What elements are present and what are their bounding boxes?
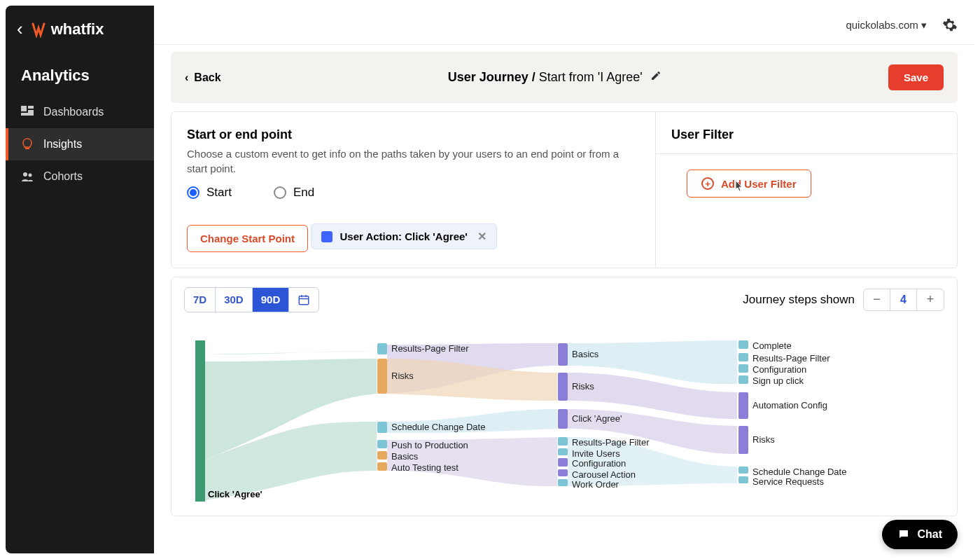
sankey-node-label: Work Order: [572, 479, 619, 490]
range-90d[interactable]: 90D: [253, 288, 290, 312]
sankey-node-label: Invite Users: [572, 448, 620, 459]
sankey-node: [558, 373, 568, 401]
sankey-node-label: Automation Config: [752, 400, 827, 410]
chat-button[interactable]: Chat: [882, 520, 958, 549]
sankey-node: [377, 440, 387, 448]
chip-label: User Action: Click 'Agree': [340, 230, 467, 242]
sidebar-item-insights[interactable]: Insights: [6, 128, 154, 160]
sankey-node-label: Risks: [391, 371, 414, 381]
add-user-filter-button[interactable]: + Add User Filter: [687, 170, 811, 198]
sankey-node: [558, 409, 568, 429]
svg-rect-2: [28, 110, 34, 113]
sidebar-item-dashboards[interactable]: Dashboards: [6, 96, 154, 128]
user-filter-panel: User Filter + Add User Filter: [656, 112, 957, 268]
sankey-node: [558, 437, 568, 446]
sankey-node: [738, 364, 748, 373]
sankey-node: [377, 462, 387, 471]
radio-icon: [187, 186, 200, 199]
plus-circle-icon: +: [701, 177, 714, 190]
insights-icon: [21, 138, 34, 151]
radio-icon: [274, 186, 286, 199]
svg-rect-0: [21, 106, 27, 111]
sankey-node: [738, 476, 748, 483]
range-custom-calendar[interactable]: [289, 288, 318, 312]
sankey-node: [558, 343, 568, 366]
journey-card: 7D 30D 90D Journey steps shown − 4 +: [171, 277, 958, 516]
remove-chip-icon[interactable]: ✕: [477, 230, 486, 243]
sankey-node-label: Schedule Change Date: [391, 422, 485, 432]
sidebar: ‹ whatfix Analytics Dashboards Insights: [6, 6, 154, 553]
domain-dropdown[interactable]: quickolabs.com ▾: [846, 19, 927, 32]
svg-point-6: [29, 174, 32, 177]
calendar-icon: [298, 294, 310, 306]
back-label: Back: [194, 71, 220, 84]
sankey-node-label: Schedule Change Date: [752, 467, 846, 477]
sankey-node-label: Service Requests: [752, 476, 824, 487]
change-start-point-button[interactable]: Change Start Point: [187, 225, 308, 252]
dashboards-icon: [21, 106, 34, 118]
selected-event-chip: User Action: Click 'Agree' ✕: [311, 223, 496, 249]
sidebar-item-label: Dashboards: [43, 106, 104, 118]
back-button[interactable]: ‹ Back: [185, 71, 221, 84]
logo-row: ‹ whatfix: [6, 6, 154, 47]
steps-stepper: − 4 +: [863, 289, 944, 311]
breadcrumb-title: User Journey / Start from 'I Agree': [221, 70, 888, 85]
config-panels: Start or end point Choose a custom event…: [171, 111, 958, 268]
range-7d[interactable]: 7D: [185, 288, 216, 312]
svg-rect-7: [300, 296, 309, 304]
date-range-group: 7D 30D 90D: [184, 287, 319, 312]
save-button[interactable]: Save: [888, 64, 944, 90]
sankey-diagram: Click 'Agree' Results-Page FilterRisksSc…: [184, 319, 944, 516]
sidebar-item-label: Insights: [43, 138, 82, 151]
range-30d[interactable]: 30D: [216, 288, 253, 312]
sankey-node: [558, 458, 568, 467]
edit-icon[interactable]: [650, 70, 662, 84]
cursor-pointer-icon: [733, 179, 744, 193]
back-chevron-icon[interactable]: ‹: [17, 18, 23, 40]
sankey-node: [558, 469, 568, 476]
sankey-node-label: Configuration: [572, 458, 626, 469]
whatfix-mark-icon: [31, 21, 48, 38]
steps-increment[interactable]: +: [917, 289, 944, 310]
sankey-start-node: [195, 340, 205, 502]
sidebar-item-cohorts[interactable]: Cohorts: [6, 160, 154, 193]
panel-heading: Start or end point: [187, 127, 640, 142]
sankey-node-label: Carousel Action: [572, 469, 636, 480]
settings-gear-icon[interactable]: [942, 18, 958, 33]
sankey-node: [377, 451, 387, 460]
sankey-node: [377, 422, 387, 433]
sankey-node: [738, 353, 748, 361]
start-end-panel: Start or end point Choose a custom event…: [172, 112, 656, 268]
whatfix-logo[interactable]: whatfix: [31, 20, 104, 39]
radio-end[interactable]: End: [274, 186, 314, 200]
radio-start[interactable]: Start: [187, 186, 232, 200]
steps-shown-label: Journey steps shown: [743, 293, 855, 307]
sankey-node-label: Basics: [391, 451, 418, 462]
event-tag-icon: [321, 231, 332, 242]
sankey-node: [558, 448, 568, 455]
sankey-node: [738, 375, 748, 384]
sankey-node-label: Click 'Agree': [572, 413, 622, 424]
svg-rect-3: [21, 113, 34, 116]
sankey-node: [738, 392, 748, 419]
sankey-node-label: Results-Page Filter: [572, 437, 650, 448]
sankey-start-label: Click 'Agree': [208, 489, 262, 499]
sankey-node-label: Results-Page Filter: [752, 353, 830, 364]
chevron-left-icon: ‹: [185, 71, 188, 84]
topbar: quickolabs.com ▾: [154, 6, 974, 45]
steps-decrement[interactable]: −: [864, 289, 890, 310]
sankey-node-label: Sign up click: [752, 375, 804, 386]
sankey-node: [558, 479, 568, 486]
panel-heading: User Filter: [671, 127, 941, 142]
svg-point-5: [23, 172, 27, 177]
sankey-node-label: Push to Production: [391, 440, 468, 450]
breadcrumb-bar: ‹ Back User Journey / Start from 'I Agre…: [171, 52, 958, 103]
sankey-node: [377, 343, 387, 354]
sankey-node-label: Configuration: [752, 364, 806, 375]
sankey-node-label: Results-Page Filter: [391, 343, 469, 354]
sankey-node-label: Risks: [572, 381, 594, 392]
panel-description: Choose a custom event to get info on the…: [187, 146, 640, 176]
sankey-node: [377, 359, 387, 394]
sankey-node: [738, 340, 748, 349]
sankey-node: [738, 467, 748, 474]
